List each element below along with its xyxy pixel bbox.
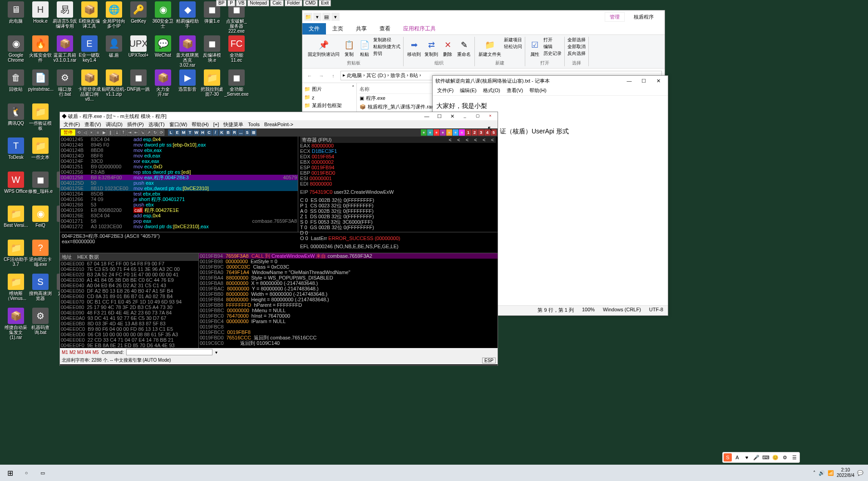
desktop-icon[interactable]: 📁维纳斯（Venus...	[4, 274, 28, 301]
rename[interactable]: ✎重命名	[456, 37, 472, 60]
desktop-icon[interactable]: 🗑回收站	[4, 69, 28, 92]
ime-button[interactable]: ☰	[790, 453, 799, 461]
maximize-button[interactable]: ☐	[434, 113, 445, 119]
desktop-icon[interactable]: ◉360安全卫士	[151, 1, 175, 29]
toolbar-button[interactable]: T	[187, 129, 193, 136]
desktop-icon[interactable]: ⚙端口放行.bat	[53, 69, 77, 97]
copy-button[interactable]: 📋复制	[342, 37, 356, 60]
select-none[interactable]: 全部取消	[567, 44, 586, 50]
crumb[interactable]: 其它 (D:)	[366, 72, 386, 79]
ribbon-tab[interactable]: 文件	[302, 23, 326, 34]
menu-item[interactable]: 编辑(E)	[457, 87, 479, 94]
copy-path[interactable]: 复制路径	[373, 37, 400, 43]
desktop-icon[interactable]: ▶迅雷影音	[175, 69, 200, 92]
desktop-icon[interactable]: EE业一键取key1.4	[77, 35, 102, 63]
desktop-icon[interactable]: UPXUPXTool+	[126, 35, 151, 58]
menu-item[interactable]: 调试(D)	[104, 121, 124, 128]
disasm-row[interactable]: 0040126485DB test ebx,ebx	[60, 191, 298, 196]
history[interactable]: 历史记录	[543, 50, 562, 57]
menu-item[interactable]: 文件(F)	[434, 87, 456, 94]
ime-button[interactable]: 🎤	[752, 453, 760, 461]
desktop-icon[interactable]: 🐧腾讯QQ	[4, 103, 28, 126]
scroll-up[interactable]: ˄	[352, 85, 355, 91]
toolbar-button[interactable]: ×	[89, 129, 94, 136]
disasm-row[interactable]: 0040124D8BF8 mov edi,eax	[60, 153, 298, 158]
toolbar-button[interactable]: ◁	[82, 129, 88, 136]
up-button[interactable]: ↑	[329, 73, 338, 79]
desktop-icon[interactable]: 📦盖天棋牌黑杰克3.02.rar	[175, 35, 200, 68]
desktop-icon[interactable]: ◼全功能_Server.exe	[224, 69, 249, 97]
mini-btn[interactable]: Notepad	[247, 0, 269, 6]
qat-btn[interactable]: ▾	[313, 13, 321, 21]
disasm-row[interactable]: 0040124F33C0 xor eax,eax	[60, 158, 298, 164]
ribbon-tab[interactable]: 应用程序工具	[397, 23, 442, 34]
toolbar-button[interactable]: ⤒	[120, 129, 126, 136]
desktop-icon[interactable]: ◼反编译模块.e	[200, 35, 224, 63]
menu-item[interactable]: [+]	[212, 122, 221, 127]
desktop-icon[interactable]: 📦维捷自动采集发文(1).rar	[4, 308, 28, 340]
toolbar-button[interactable]: ≡	[95, 129, 101, 136]
toolbar-button[interactable]: ↘	[139, 129, 145, 136]
toolbar-button[interactable]: M	[181, 129, 187, 136]
toolbar-button[interactable]: ↻	[152, 129, 158, 136]
ime-button[interactable]: A	[733, 453, 741, 461]
disasm-row[interactable]: 004012488945 F0 mov dword ptr ss:[ebp-0x…	[60, 142, 298, 147]
mdi-close[interactable]: ×	[485, 113, 496, 119]
toolbar-button[interactable]: ▶	[101, 129, 107, 136]
fwd-button[interactable]: →	[317, 73, 326, 79]
mini-btn[interactable]: P	[227, 0, 235, 6]
toolbar-button[interactable]: K	[219, 129, 225, 136]
search-button[interactable]: ○	[18, 466, 35, 480]
tray-chevron-icon[interactable]: ˄	[813, 470, 816, 476]
toolbar-button[interactable]: 5	[491, 129, 497, 136]
desktop-icon[interactable]: TToDesk	[4, 137, 28, 160]
desktop-icon[interactable]: 🔑GetKey	[126, 1, 151, 24]
mini-btn[interactable]: CMD	[303, 0, 318, 6]
tray-icon[interactable]: 🔊	[819, 470, 825, 476]
qat-btn[interactable]: ▾	[331, 13, 340, 21]
explorer-titlebar[interactable]: 📁 ▾ ▤ ▾ 管理 核盾程序	[302, 10, 665, 23]
desktop-icon[interactable]: 📦火力全开.rar	[151, 69, 175, 97]
ime-button[interactable]: 😊	[771, 453, 779, 461]
nav-item[interactable]: 📁某盾封包框架	[304, 101, 355, 110]
easy-access[interactable]: 轻松访问	[504, 44, 522, 50]
toolbar-button[interactable]: E	[174, 129, 180, 136]
toolbar-button[interactable]: W	[193, 129, 199, 136]
ribbon-tab[interactable]: 查看	[373, 23, 397, 34]
desktop-icon[interactable]: 📄pyinstxtrac...	[28, 69, 53, 92]
close-button[interactable]: ✕	[447, 113, 458, 119]
clock[interactable]: 2:10 2022/8/4	[837, 467, 854, 478]
move-to[interactable]: ➡移动到	[406, 37, 422, 60]
disasm-row[interactable]: 00401269E8 B06B0200 call 程序.00427E1E	[60, 207, 298, 213]
stack-pane[interactable]: 0019FB94 7659F3A8 CALL 到 CreateWindowExW…	[199, 253, 498, 348]
toolbar-button[interactable]: ⟳	[158, 129, 164, 136]
desktop-icon[interactable]: 👤破.盾	[102, 35, 126, 58]
toolbar-button[interactable]: S	[244, 129, 250, 136]
desktop-icon[interactable]: 📦蓝蓝工具箱v3.1.0.1.rar	[53, 35, 77, 63]
mini-btn[interactable]: Folder	[285, 0, 302, 6]
registers-pane[interactable]: 寄存器 (FPU)< < < < < < EAX 80000000ECX D1B…	[298, 137, 498, 232]
start-button[interactable]: ⊞	[2, 466, 18, 480]
ribbon-tab[interactable]: 主页	[326, 23, 350, 34]
menu-item[interactable]: 查看(V)	[504, 87, 526, 94]
dbg-titlebar[interactable]: ◆ 破盾 - 程序.exe - [过~ - m主线程 模块 - 程序] — ☐ …	[60, 112, 498, 120]
mdi-min[interactable]: _	[459, 113, 470, 119]
disasm-row[interactable]: 0040125E8B1D 1023CE00 mov ebx,dword ptr …	[60, 186, 298, 191]
menu-item[interactable]: 格式(O)	[480, 87, 503, 94]
maximize-button[interactable]: ☐	[637, 78, 651, 84]
ime-button[interactable]: ♥	[743, 453, 751, 461]
desktop-icon[interactable]: ◼修整_瑞科.e	[28, 172, 53, 194]
copy-to[interactable]: ⇄复制到	[424, 37, 439, 60]
toolbar-button[interactable]: ⤓	[114, 129, 120, 136]
desktop-icon[interactable]: 📁一些文本	[28, 137, 53, 160]
desktop-icon[interactable]: ?逆向吧出卡端.exe	[28, 240, 53, 267]
desktop-icon[interactable]: 🖥此电脑	[4, 1, 28, 24]
mini-btn[interactable]: BP	[216, 0, 227, 6]
ribbon-tab[interactable]: 共享	[350, 23, 373, 34]
menu-item[interactable]: 插件(P)	[125, 121, 146, 128]
toolbar-button[interactable]: C	[206, 129, 212, 136]
qat-btn[interactable]: ▤	[322, 13, 330, 21]
desktop-icon[interactable]: ◉Google Chrome	[4, 35, 28, 63]
disasm-row[interactable]: 00401258B8 E32B4F00 mov eax,程序.004F2BE34…	[60, 175, 298, 180]
mark-button[interactable]: M4	[85, 350, 91, 355]
